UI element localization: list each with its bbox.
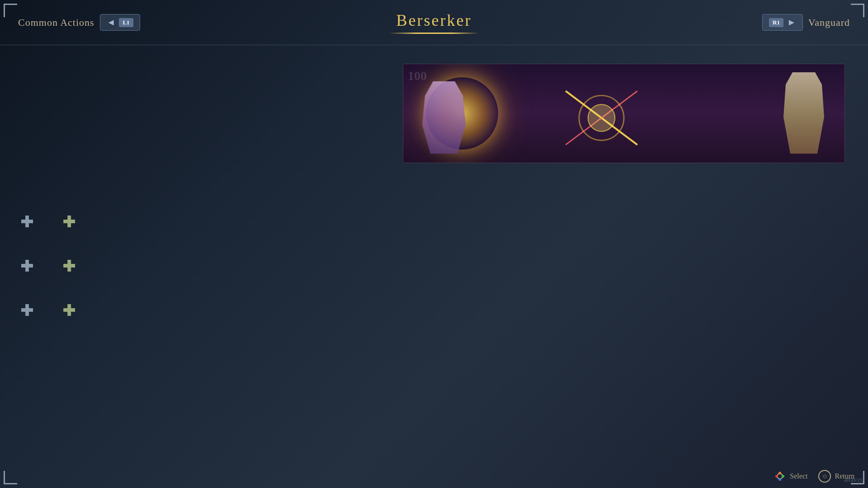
battle-scene xyxy=(403,64,844,163)
crosshair-icon xyxy=(774,470,786,483)
nav-right-button[interactable]: R1 ► xyxy=(762,14,803,31)
nav-right: R1 ► Vanguard xyxy=(669,14,850,31)
circle-icon: ○ xyxy=(818,470,831,483)
nav-left-arrow: ◄ xyxy=(107,17,116,28)
svg-point-13 xyxy=(775,475,778,478)
nav-left: Common Actions ◄ L1 xyxy=(18,14,199,31)
title-underline xyxy=(389,33,479,34)
nav-left-title: Common Actions xyxy=(18,17,94,28)
nav-right-arrow: ► xyxy=(787,17,796,28)
bottom-bar: Select ○ Return xyxy=(774,470,854,483)
nav-left-btn-label: L1 xyxy=(119,18,133,27)
svg-point-11 xyxy=(782,475,784,478)
skill-preview-image: 100 xyxy=(403,64,845,163)
watermark: airav.cc xyxy=(844,476,863,483)
center-title: Berserker xyxy=(199,11,669,30)
nav-left-button[interactable]: ◄ L1 xyxy=(100,14,140,31)
svg-point-12 xyxy=(778,478,781,481)
svg-point-10 xyxy=(778,472,781,474)
header: Common Actions ◄ L1 Berserker R1 ► Vangu… xyxy=(0,0,868,45)
center-title-container: Berserker xyxy=(199,11,669,34)
character-2 xyxy=(781,72,826,154)
level-indicator: 100 xyxy=(408,69,427,83)
nav-right-btn-label: R1 xyxy=(769,18,783,27)
select-btn-container: Select xyxy=(774,470,807,483)
select-label: Select xyxy=(790,472,807,480)
nav-right-title: Vanguard xyxy=(808,17,850,28)
corner-decoration-bl xyxy=(4,471,17,484)
